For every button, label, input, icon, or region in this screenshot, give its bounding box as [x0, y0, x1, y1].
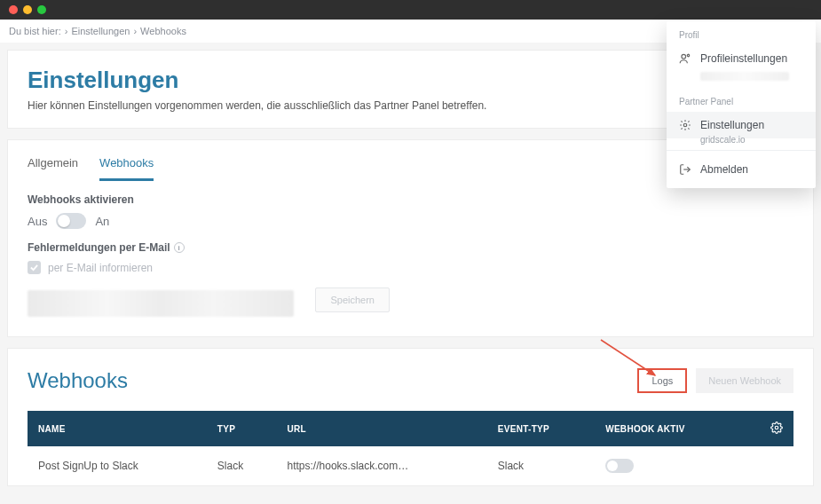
webhooks-panel: Webhooks Logs Neuen Webhook NAME TYP URL…: [7, 348, 814, 486]
gear-icon[interactable]: [770, 421, 783, 434]
checkmark-icon: [30, 264, 38, 272]
breadcrumb-item-1[interactable]: Webhooks: [140, 26, 186, 36]
th-event-type: EVENT-TYP: [487, 411, 595, 446]
breadcrumb-sep: ›: [133, 26, 137, 36]
cell-url: https://hooks.slack.com…: [277, 446, 487, 485]
breadcrumb-prefix: Du bist hier:: [9, 26, 61, 36]
webhooks-table: NAME TYP URL EVENT-TYP WEBHOOK AKTIV Pos: [28, 411, 793, 485]
activate-webhooks-toggle[interactable]: [56, 213, 86, 229]
info-icon[interactable]: i: [174, 242, 185, 253]
breadcrumb-sep: ›: [65, 26, 68, 36]
dropdown-section-partner: Partner Panel: [667, 88, 816, 112]
window-zoom[interactable]: [37, 5, 46, 14]
logs-button[interactable]: Logs: [637, 368, 687, 393]
menu-logout-label: Abmelden: [700, 163, 748, 176]
new-webhook-button[interactable]: Neuen Webhook: [696, 368, 793, 393]
menu-profile-subtext-redacted: [700, 72, 789, 81]
error-mail-label: Fehlermeldungen per E-Mail i: [28, 241, 793, 254]
activate-webhooks-label: Webhooks aktivieren: [28, 193, 793, 206]
th-name: NAME: [28, 411, 207, 446]
th-active: WEBHOOK AKTIV: [595, 411, 744, 446]
email-input-redacted[interactable]: [28, 290, 294, 317]
cell-event-type: Slack: [487, 446, 595, 485]
menu-profile-settings[interactable]: Profileinstellungen: [667, 45, 816, 72]
gear-icon: [679, 119, 691, 131]
activate-webhooks-toggle-row: Aus An: [28, 213, 793, 229]
th-actions: [744, 411, 793, 446]
svg-point-2: [682, 54, 686, 59]
window-minimize[interactable]: [23, 5, 32, 14]
toggle-on-label: An: [95, 215, 109, 228]
error-mail-label-text: Fehlermeldungen per E-Mail: [28, 241, 170, 254]
row-active-toggle[interactable]: [605, 459, 634, 473]
error-mail-checkbox[interactable]: [28, 261, 41, 274]
dropdown-section-profile: Profil: [667, 21, 816, 45]
th-url: URL: [277, 411, 487, 446]
window-title-bar: [0, 0, 821, 20]
user-menu-dropdown: Profil Profileinstellungen Partner Panel…: [667, 21, 816, 188]
menu-logout[interactable]: Abmelden: [667, 156, 816, 183]
cell-type: Slack: [207, 446, 277, 485]
error-mail-checkbox-row: per E-Mail informieren: [28, 261, 793, 274]
window-close[interactable]: [9, 5, 18, 14]
th-type: TYP: [207, 411, 277, 446]
menu-divider: [667, 150, 816, 151]
menu-profile-settings-label: Profileinstellungen: [700, 52, 787, 65]
svg-point-0: [775, 426, 778, 429]
cell-active: [595, 446, 744, 485]
toggle-off-label: Aus: [28, 215, 47, 228]
svg-point-4: [683, 123, 687, 127]
tab-general[interactable]: Allgemein: [28, 156, 78, 181]
table-row[interactable]: Post SignUp to Slack Slack https://hooks…: [28, 446, 793, 485]
logout-icon: [679, 163, 691, 176]
webhooks-title: Webhooks: [28, 368, 128, 393]
menu-settings-label: Einstellungen: [700, 119, 764, 131]
tab-webhooks[interactable]: Webhooks: [99, 156, 154, 181]
user-settings-icon: [679, 52, 691, 65]
breadcrumb-item-0[interactable]: Einstellungen: [71, 26, 130, 36]
save-button[interactable]: Speichern: [315, 287, 390, 312]
menu-settings-subtext: gridscale.io: [667, 135, 816, 145]
error-mail-checkbox-label: per E-Mail informieren: [48, 262, 153, 274]
cell-name: Post SignUp to Slack: [28, 446, 207, 485]
